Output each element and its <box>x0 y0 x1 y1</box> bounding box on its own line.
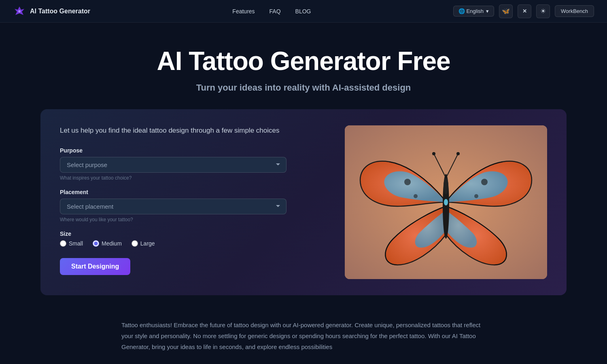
purpose-label: Purpose <box>60 147 329 154</box>
nav-actions: 🌐 English ▾ 🦋 ✕ ☀ WorkBench <box>453 4 594 18</box>
start-designing-button[interactable]: Start Designing <box>60 258 130 275</box>
card-intro: Let us help you find the ideal tattoo de… <box>60 125 287 136</box>
size-large-radio[interactable] <box>132 240 138 247</box>
size-options: Small Medium Large <box>60 240 329 247</box>
chevron-down-icon: ▾ <box>486 8 489 14</box>
nav-links: Features FAQ BLOG <box>232 8 311 15</box>
placement-label: Placement <box>60 189 329 195</box>
svg-point-5 <box>456 152 460 155</box>
placement-group: Placement Select placement Arm Back Ches… <box>60 189 329 222</box>
nav-brand: AI Tattoo Generator <box>13 5 90 18</box>
hero-subtitle: Turn your ideas into reality with AI-ass… <box>8 83 599 93</box>
butterfly-svg <box>345 125 547 279</box>
hero-section: AI Tattoo Generator Free Turn your ideas… <box>0 23 607 109</box>
svg-point-7 <box>481 179 488 185</box>
placement-select[interactable]: Select placement Arm Back Chest Leg Neck… <box>60 199 287 214</box>
svg-point-3 <box>444 178 448 194</box>
twitter-icon: ✕ <box>522 8 527 14</box>
twitter-button[interactable]: ✕ <box>518 4 531 18</box>
mastodon-button[interactable]: 🦋 <box>499 4 513 18</box>
purpose-select[interactable]: Select purpose Personal Expression Memor… <box>60 157 287 173</box>
purpose-group: Purpose Select purpose Personal Expressi… <box>60 147 329 181</box>
logo-icon <box>13 5 26 18</box>
butterfly-illustration <box>345 125 547 279</box>
card-left: Let us help you find the ideal tattoo de… <box>60 125 329 275</box>
size-group: Size Small Medium Large <box>60 231 329 247</box>
size-medium-label[interactable]: Medium <box>93 240 122 247</box>
navbar: AI Tattoo Generator Features FAQ BLOG 🌐 … <box>0 0 607 23</box>
size-medium-radio[interactable] <box>93 240 99 247</box>
svg-point-0 <box>18 10 21 13</box>
size-label: Size <box>60 231 329 237</box>
mastodon-icon: 🦋 <box>502 7 510 15</box>
brand-name: AI Tattoo Generator <box>30 8 90 15</box>
bottom-section: Tattoo enthusiasts! Embrace the future o… <box>0 295 607 364</box>
svg-point-4 <box>432 152 435 155</box>
placement-hint: Where would you like your tattoo? <box>60 217 329 222</box>
svg-point-6 <box>404 179 411 185</box>
size-medium-text: Medium <box>102 240 122 247</box>
size-large-text: Large <box>140 240 155 247</box>
language-button[interactable]: 🌐 English ▾ <box>453 6 494 17</box>
size-small-label[interactable]: Small <box>60 240 83 247</box>
svg-point-8 <box>414 194 418 198</box>
theme-icon: ☀ <box>540 7 546 15</box>
size-large-label[interactable]: Large <box>132 240 155 247</box>
nav-blog[interactable]: BLOG <box>295 8 311 15</box>
nav-faq[interactable]: FAQ <box>270 8 281 15</box>
hero-title: AI Tattoo Generator Free <box>8 47 599 75</box>
tattoo-preview-image <box>345 125 547 279</box>
size-small-radio[interactable] <box>60 240 66 247</box>
svg-point-10 <box>444 199 448 205</box>
card-right <box>345 125 547 279</box>
workbench-button[interactable]: WorkBench <box>555 5 594 17</box>
purpose-hint: What inspires your tattoo choice? <box>60 175 329 181</box>
bottom-text: Tattoo enthusiasts! Embrace the future o… <box>121 320 486 352</box>
svg-point-9 <box>474 194 478 198</box>
main-card: Let us help you find the ideal tattoo de… <box>40 109 567 295</box>
nav-features[interactable]: Features <box>232 8 255 15</box>
theme-toggle-button[interactable]: ☀ <box>536 4 550 18</box>
size-small-text: Small <box>69 240 83 247</box>
language-label: 🌐 English <box>458 8 484 14</box>
